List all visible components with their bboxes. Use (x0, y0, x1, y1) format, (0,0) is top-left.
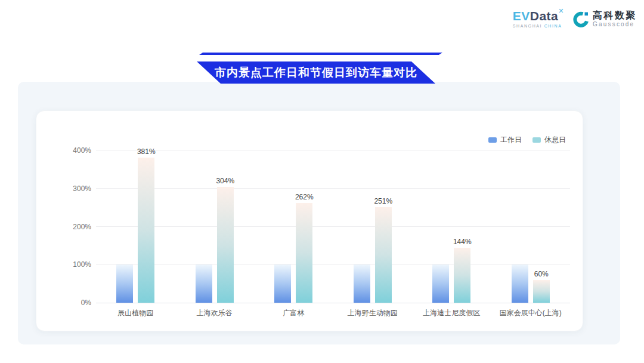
bar-group: 262%广富林 (254, 150, 333, 303)
legend-item[interactable]: 休息日 (532, 135, 566, 145)
bar-group: 304%上海欢乐谷 (175, 150, 255, 303)
gausscode-cn-name: 高科数聚 (593, 10, 637, 21)
bar-工作日 (354, 264, 370, 303)
y-tick-label: 200% (57, 223, 91, 231)
legend-label: 休息日 (544, 135, 566, 145)
bar-休息日: 262% (296, 203, 312, 303)
bar-pair: 144% (432, 248, 470, 303)
evdata-logo: EVData✕ SHANGHAI CHINA (513, 10, 564, 28)
category-label: 上海迪士尼度假区 (412, 308, 491, 318)
bar-group: 144%上海迪士尼度假区 (412, 150, 491, 303)
evdata-x-icon: ✕ (558, 7, 564, 14)
bar-pair: 304% (196, 187, 234, 303)
gausscode-text: 高科数聚 Gausscode (593, 10, 637, 27)
title-banner: 市内景点工作日和节假日到访车量对比 (197, 61, 435, 84)
evdata-subtitle-right: CHINA (544, 24, 562, 28)
bar-工作日 (274, 264, 291, 303)
bar-groups: 381%辰山植物园304%上海欢乐谷262%广富林251%上海野生动物园144%… (96, 150, 570, 303)
category-label: 上海欢乐谷 (175, 308, 255, 318)
bar-pair: 262% (274, 203, 312, 303)
category-label: 上海野生动物园 (333, 308, 413, 318)
gausscode-g-icon (572, 11, 589, 27)
bar-工作日 (512, 264, 528, 303)
evdata-subtitle: SHANGHAI CHINA (513, 24, 564, 28)
evdata-ev-text: EV (513, 9, 530, 23)
page-title: 市内景点工作日和节假日到访车量对比 (215, 65, 417, 81)
bar-value-label: 262% (295, 193, 314, 201)
y-tick-label: 400% (57, 146, 91, 155)
evdata-data-text: Data (530, 9, 559, 23)
bar-休息日: 304% (217, 187, 234, 303)
bar-休息日: 381% (138, 158, 154, 303)
bar-group: 381%辰山植物园 (96, 150, 175, 303)
header-logos: EVData✕ SHANGHAI CHINA 高科数聚 Gausscode (513, 10, 637, 28)
gausscode-logo: 高科数聚 Gausscode (572, 10, 637, 27)
bar-休息日: 144% (454, 248, 470, 303)
y-tick-label: 0% (57, 299, 91, 307)
bar-value-label: 60% (534, 270, 549, 278)
plot-area: 0%100%200%300%400% 381%辰山植物园304%上海欢乐谷262… (96, 150, 570, 303)
bar-value-label: 304% (216, 177, 234, 185)
y-axis-labels: 0%100%200%300%400% (57, 150, 91, 303)
legend-item[interactable]: 工作日 (488, 135, 522, 145)
category-label: 辰山植物园 (96, 308, 175, 318)
banner-accent-line (199, 53, 442, 55)
evdata-wordmark: EVData✕ (513, 10, 564, 22)
y-tick-label: 300% (57, 184, 91, 193)
category-label: 广富林 (254, 308, 333, 318)
bar-value-label: 251% (374, 197, 392, 205)
bar-value-label: 144% (453, 238, 472, 246)
legend-label: 工作日 (500, 135, 522, 145)
chart-legend: 工作日休息日 (488, 135, 566, 145)
chart-card: 工作日休息日 0%100%200%300%400% 381%辰山植物园304%上… (36, 110, 583, 331)
page: EVData✕ SHANGHAI CHINA 高科数聚 Gausscode 市内… (0, 0, 644, 363)
bar-pair: 60% (512, 264, 550, 303)
bar-休息日: 60% (533, 280, 550, 303)
bar-休息日: 251% (375, 207, 392, 303)
bar-value-label: 381% (137, 147, 156, 156)
bar-工作日 (432, 264, 449, 303)
evdata-subtitle-left: SHANGHAI (513, 24, 542, 28)
gausscode-en-name: Gausscode (593, 21, 637, 27)
bar-group: 60%国家会展中心(上海) (491, 150, 571, 303)
bar-pair: 381% (116, 158, 154, 303)
y-tick-label: 100% (57, 260, 91, 269)
bar-工作日 (196, 264, 212, 303)
bar-工作日 (116, 264, 133, 303)
legend-swatch (532, 137, 541, 143)
legend-swatch (488, 137, 497, 143)
bar-group: 251%上海野生动物园 (333, 150, 413, 303)
category-label: 国家会展中心(上海) (491, 308, 571, 318)
bar-pair: 251% (354, 207, 392, 303)
